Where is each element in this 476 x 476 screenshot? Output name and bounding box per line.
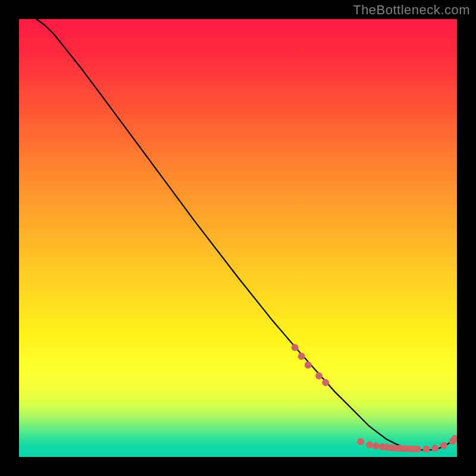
highlight-point — [315, 372, 322, 380]
watermark-text: TheBottleneck.com — [353, 2, 470, 18]
plot-area — [19, 19, 457, 457]
highlight-point — [422, 446, 430, 453]
bottleneck-curve-line — [36, 19, 455, 450]
highlight-point — [440, 442, 447, 449]
chart-svg — [19, 19, 457, 457]
chart-frame: TheBottleneck.com — [0, 0, 476, 476]
highlight-point — [322, 379, 329, 386]
highlight-point — [414, 446, 421, 453]
highlight-point — [292, 344, 299, 351]
highlight-point — [372, 443, 380, 450]
highlight-point — [431, 444, 439, 452]
highlight-point — [366, 441, 373, 448]
highlight-point — [357, 438, 364, 445]
highlight-point — [305, 361, 312, 368]
highlight-point — [298, 353, 305, 360]
highlight-points-group — [292, 344, 457, 453]
